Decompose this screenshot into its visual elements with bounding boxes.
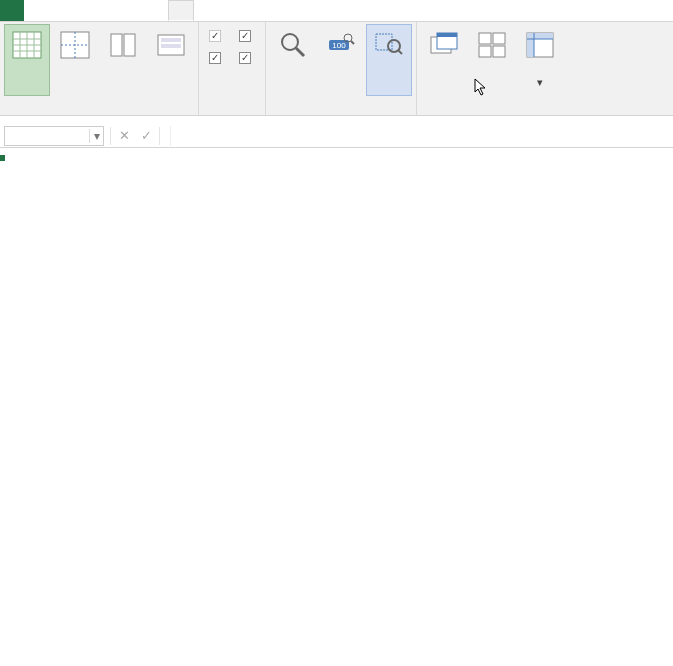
chevron-down-icon[interactable]: ▾	[89, 129, 103, 143]
checkbox-icon: ✓	[239, 52, 251, 64]
svg-rect-27	[479, 33, 491, 44]
tab-powerpivot[interactable]	[218, 0, 242, 21]
tab-data[interactable]	[120, 0, 144, 21]
custom-views-button[interactable]	[148, 24, 194, 96]
ribbon: ✓ ✓ ✓ ✓	[0, 22, 673, 116]
arrange-all-button[interactable]	[469, 24, 515, 96]
svg-rect-13	[161, 38, 181, 42]
tab-formulas[interactable]	[96, 0, 120, 21]
svg-rect-10	[111, 34, 122, 56]
zoom-100-icon: 100	[325, 29, 357, 61]
tab-review[interactable]	[144, 0, 168, 21]
formula-input[interactable]	[170, 126, 673, 146]
arrange-all-icon	[476, 29, 508, 61]
ruler-checkbox: ✓	[209, 30, 225, 42]
group-label-zoom	[270, 111, 412, 115]
svg-line-20	[351, 41, 354, 44]
gridlines-checkbox[interactable]: ✓	[209, 52, 225, 64]
formula-bar-checkbox[interactable]: ✓	[239, 30, 255, 42]
group-zoom: 100	[266, 22, 417, 115]
custom-views-icon	[155, 29, 187, 61]
group-window: ▾	[417, 22, 567, 115]
svg-rect-11	[124, 34, 135, 56]
freeze-panes-button[interactable]: ▾	[517, 24, 563, 96]
zoom-selection-icon	[373, 29, 405, 61]
svg-line-16	[296, 48, 304, 56]
selection-outline	[0, 156, 4, 160]
headings-checkbox[interactable]: ✓	[239, 52, 255, 64]
checkbox-icon: ✓	[239, 30, 251, 42]
tab-insert[interactable]	[48, 0, 72, 21]
tab-team[interactable]	[242, 0, 266, 21]
zoom-button[interactable]	[270, 24, 316, 96]
group-label-show	[203, 111, 261, 115]
svg-rect-26	[437, 33, 457, 37]
svg-rect-29	[479, 46, 491, 57]
svg-line-23	[398, 50, 402, 54]
group-workbook-views	[0, 22, 199, 115]
svg-rect-30	[493, 46, 505, 57]
svg-rect-33	[527, 33, 534, 57]
checkbox-icon: ✓	[209, 52, 221, 64]
tab-view[interactable]	[168, 0, 194, 21]
checkbox-icon: ✓	[209, 30, 221, 42]
page-layout-icon	[107, 29, 139, 61]
zoom-to-selection-button[interactable]	[366, 24, 412, 96]
ribbon-tabs	[0, 0, 673, 22]
zoom-100-button[interactable]: 100	[318, 24, 364, 96]
svg-text:100: 100	[332, 41, 346, 50]
normal-view-button[interactable]	[4, 24, 50, 96]
tab-file[interactable]	[0, 0, 24, 21]
svg-rect-14	[161, 44, 181, 48]
name-box[interactable]: ▾	[4, 126, 104, 146]
group-label-window	[421, 99, 563, 115]
freeze-icon	[524, 29, 556, 61]
new-window-icon	[428, 29, 460, 61]
page-break-preview-button[interactable]	[52, 24, 98, 96]
formula-bar: ▾ ✕ ✓	[0, 124, 673, 148]
new-window-button[interactable]	[421, 24, 467, 96]
tab-page-layout[interactable]	[72, 0, 96, 21]
page-layout-view-button[interactable]	[100, 24, 146, 96]
freeze-label: ▾	[537, 63, 543, 89]
svg-rect-28	[493, 33, 505, 44]
cancel-formula-button[interactable]: ✕	[113, 128, 135, 143]
group-show: ✓ ✓ ✓ ✓	[199, 22, 266, 115]
magnifier-icon	[277, 29, 309, 61]
enter-formula-button[interactable]: ✓	[135, 128, 157, 143]
tab-addins[interactable]	[194, 0, 218, 21]
svg-point-15	[282, 34, 298, 50]
group-label-views	[4, 111, 194, 115]
tab-home[interactable]	[24, 0, 48, 21]
grid-icon	[11, 29, 43, 61]
page-break-icon	[59, 29, 91, 61]
